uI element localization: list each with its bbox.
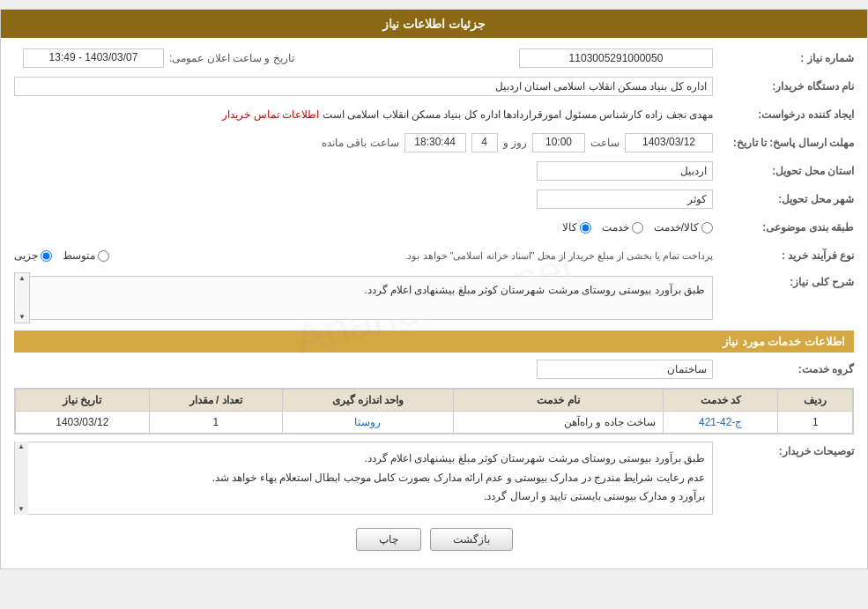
category-khedmat-radio[interactable] [632,222,643,234]
deadline-time-label: ساعت [590,137,619,149]
process-row: نوع فرآیند خرید : پرداخت تمام یا بخشی از… [14,244,854,267]
category-khedmat-label: خدمت [602,221,629,234]
process-motavaset: متوسط [63,249,109,262]
deadline-time: 10:00 [532,133,585,152]
table-row: 1 ج-42-421 ساخت جاده و راه‌آهن روستا 1 1… [16,412,853,434]
cell-qty: 1 [149,412,282,434]
category-kala: کالا/خدمت [654,221,713,234]
buyer-notes-label: توصیحات خریدار: [713,442,854,457]
creator-label: ایجاد کننده درخواست: [713,108,854,121]
pub-date-label: تاریخ و ساعت اعلان عمومی: [169,52,294,64]
pub-date-value: 1403/03/07 - 13:49 [23,48,164,68]
scroll-up-arrow[interactable]: ▲ [15,273,29,284]
service-group-row: گروه خدمت: ساختمان [14,358,854,381]
deadline-row: مهلت ارسال پاسخ: تا تاریخ: 1403/03/12 سا… [14,131,854,154]
need-number-row: شماره نیاز : 1103005291000050 تاریخ و سا… [14,47,854,70]
category-kala-only-label: کالا [562,221,577,234]
cell-service: ساخت جاده و راه‌آهن [453,412,663,434]
col-date: تاریخ نیاز [16,390,150,412]
notes-line: برآورد و مدارک بیوستی بایستی تایید و ارس… [33,487,705,507]
process-jozi-label: جزیی [14,249,38,262]
province-row: استان محل تحویل: اردبیل [14,160,854,182]
col-unit: واحد اندازه گیری [282,390,453,412]
notes-line: عدم رعایت شرایط مندرج در مدارک بیوستی و … [33,469,705,488]
deadline-days: 4 [471,133,498,152]
print-button[interactable]: چاپ [356,528,421,551]
deadline-remaining-label: ساعت باقی مانده [322,137,399,149]
notes-scroll-down[interactable]: ▼ [14,504,28,515]
notes-scroll-up[interactable]: ▲ [14,442,28,452]
process-motavaset-label: متوسط [63,249,95,262]
service-group-value: ساختمان [537,360,713,379]
notes-line: طبق برآورد بیوستی روستای مرشت شهرستان کو… [33,449,705,469]
city-row: شهر محل تحویل: کوثر [14,188,854,211]
process-note: پرداخت تمام یا بخشی از مبلغ خریدار از مح… [404,250,713,261]
col-service: نام خدمت [453,390,663,412]
page-wrapper: جزئیات اطلاعات نیاز Anahender.net شماره … [0,9,868,569]
process-motavaset-radio[interactable] [98,250,109,262]
province-value: اردبیل [537,161,713,181]
cell-unit: روستا [282,412,453,434]
process-label: نوع فرآیند خرید : [713,249,854,262]
cell-date: 1403/03/12 [16,412,150,434]
cell-code: ج-42-421 [663,412,778,434]
need-number-label: شماره نیاز : [713,52,854,64]
table-header-row: ردیف کد خدمت نام خدمت واحد اندازه گیری ت… [16,390,853,412]
services-section-header: اطلاعات خدمات مورد نیاز [14,330,854,353]
category-kala-radio[interactable] [701,222,713,234]
category-kala-only: کالا [562,221,591,234]
creator-row: ایجاد کننده درخواست: مهدی نجف زاده کارشن… [14,103,854,126]
creator-name: مهدی نجف زاده کارشناس مسئول امورقرارداده… [323,108,713,121]
description-text: طبق برآورد بیوستی روستای مرشت شهرستان کو… [30,276,713,320]
city-value: کوثر [537,189,713,209]
process-jozi-radio[interactable] [41,250,52,262]
description-container: طبق برآورد بیوستی روستای مرشت شهرستان کو… [14,272,713,323]
page-header: جزئیات اطلاعات نیاز [1,10,867,38]
col-row: ردیف [778,390,853,412]
col-qty: تعداد / مقدار [149,390,282,412]
buyer-notes-text: طبق برآورد بیوستی روستای مرشت شهرستان کو… [14,442,713,515]
category-kala-only-radio[interactable] [580,222,591,234]
scroll-down-arrow[interactable]: ▼ [15,312,29,323]
creator-contact-link[interactable]: اطلاعات تماس خریدار [222,108,319,121]
buyer-notes-container: طبق برآورد بیوستی روستای مرشت شهرستان کو… [14,442,713,515]
buyer-notes-row: توصیحات خریدار: طبق برآورد بیوستی روستای… [14,442,854,515]
deadline-day-label: روز و [503,137,527,149]
services-table: ردیف کد خدمت نام خدمت واحد اندازه گیری ت… [15,389,853,434]
deadline-date: 1403/03/12 [625,133,713,152]
buttons-row: بازگشت چاپ [14,528,854,551]
description-label: شرح کلی نیاز: [713,272,854,288]
notes-scrollbar: ▲ ▼ [14,442,28,515]
category-kala-label: کالا/خدمت [654,221,699,234]
back-button[interactable]: بازگشت [430,528,513,551]
process-radio-group: پرداخت تمام یا بخشی از مبلغ خریدار از مح… [14,249,713,262]
col-code: کد خدمت [663,390,778,412]
description-scrollbar: ▲ ▼ [14,272,30,323]
category-label: طبقه بندی موضوعی: [713,221,854,234]
deadline-remaining: 18:30:44 [404,133,466,152]
province-label: استان محل تحویل: [713,165,854,177]
cell-row: 1 [778,412,853,434]
category-khedmat: خدمت [602,221,643,234]
description-row: شرح کلی نیاز: طبق برآورد بیوستی روستای م… [14,272,854,323]
category-radio-group: کالا/خدمت خدمت کالا [14,221,713,234]
services-table-container: ردیف کد خدمت نام خدمت واحد اندازه گیری ت… [14,388,854,434]
deadline-inline: 1403/03/12 ساعت 10:00 روز و 4 18:30:44 س… [14,133,713,152]
buyer-org-row: نام دستگاه خریدار: اداره کل بنیاد مسکن ا… [14,75,854,98]
content: Anahender.net شماره نیاز : 1103005291000… [1,38,867,568]
process-jozi: جزیی [14,249,52,262]
buyer-org-label: نام دستگاه خریدار: [713,80,854,93]
page-title: جزئیات اطلاعات نیاز [382,17,486,31]
need-number-value: 1103005291000050 [519,48,713,68]
service-group-label: گروه خدمت: [713,363,854,375]
category-row: طبقه بندی موضوعی: کالا/خدمت خدمت کالا [14,216,854,239]
buyer-org-value: اداره کل بنیاد مسکن انقلاب اسلامی استان … [14,77,713,96]
deadline-label: مهلت ارسال پاسخ: تا تاریخ: [713,137,854,149]
city-label: شهر محل تحویل: [713,193,854,205]
